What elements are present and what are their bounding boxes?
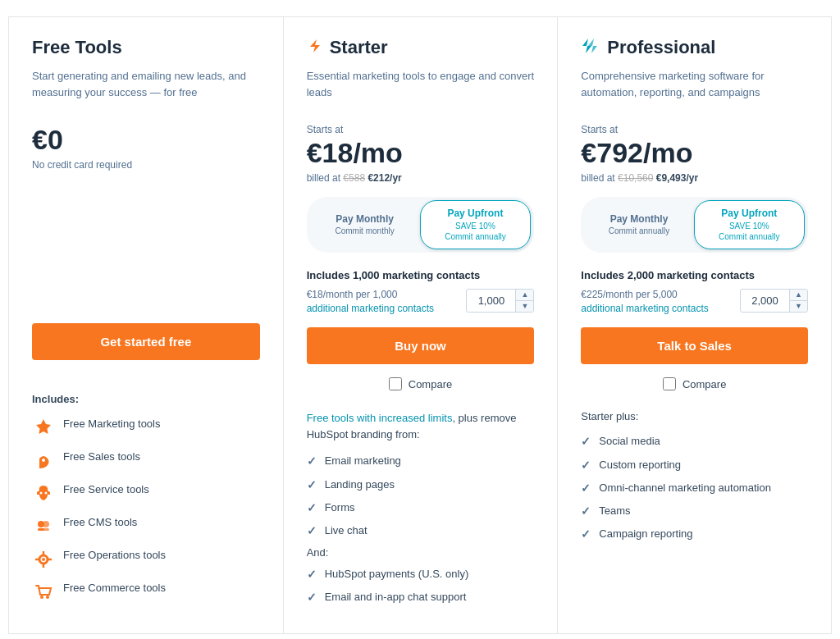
check-icon-5: ✓ [307, 568, 317, 581]
check-text-4: Live chat [325, 523, 368, 538]
includes-label-free: Includes: [32, 393, 260, 405]
plan-description-professional: Comprehensive marketing software for aut… [581, 68, 808, 107]
feature-text-cms: Free CMS tools [63, 515, 137, 530]
spinner-arrows-starter: ▲ ▼ [516, 290, 533, 312]
feature-text-sales: Free Sales tools [63, 450, 140, 464]
price-billed-starter: billed at €588 €212/yr [307, 172, 535, 184]
check-campaign-reporting: ✓ Campaign reporting [581, 527, 808, 541]
check-custom-reporting: ✓ Custom reporting [581, 458, 808, 472]
price-strike-professional: €10,560 [618, 172, 653, 184]
check-landing-pages: ✓ Landing pages [307, 477, 535, 492]
starter-bolt-icon [307, 38, 323, 58]
service-icon [32, 482, 55, 505]
cta-button-free[interactable]: Get started free [32, 323, 260, 360]
pay-monthly-starter[interactable]: Pay Monthly Commit monthly [310, 200, 420, 249]
plan-title-starter: Starter [330, 37, 388, 58]
svg-marker-15 [310, 39, 320, 52]
price-value-starter: €212/yr [368, 172, 401, 184]
contacts-link-professional[interactable]: additional marketing contacts [581, 303, 708, 314]
feature-sales: Free Sales tools [32, 450, 260, 472]
compare-label-starter: Compare [409, 378, 452, 390]
features-starter: Free tools with increased limits, plus r… [307, 410, 535, 613]
svg-point-2 [45, 491, 48, 494]
feature-commerce: Free Commerce tools [32, 581, 260, 604]
cta-button-starter[interactable]: Buy now [307, 327, 535, 364]
check-icon-3: ✓ [307, 501, 317, 514]
feature-text-commerce: Free Commerce tools [63, 581, 166, 596]
pay-upfront-starter[interactable]: Pay Upfront SAVE 10% Commit annually [420, 200, 532, 249]
spinner-up-professional[interactable]: ▲ [790, 290, 807, 301]
plan-description-starter: Essential marketing tools to engage and … [307, 68, 535, 107]
feature-text-service: Free Service tools [63, 482, 149, 497]
features-free: Includes: Free Marketing tools [32, 393, 260, 614]
check-text-1: Email marketing [325, 454, 401, 468]
check-text-6: Email and in-app chat support [325, 590, 467, 605]
compare-row-professional: Compare [581, 377, 808, 390]
contacts-value-professional: 2,000 [741, 290, 790, 312]
plan-card-starter: Starter Essential marketing tools to eng… [283, 16, 558, 634]
feature-operations: Free Operations tools [32, 548, 260, 571]
check-pro-icon-4: ✓ [581, 504, 591, 518]
contacts-section-starter: Includes 1,000 marketing contacts €18/mo… [307, 269, 535, 315]
plan-header-starter: Starter [307, 37, 535, 58]
check-icon-4: ✓ [307, 524, 317, 537]
plan-title-professional: Professional [607, 37, 715, 58]
svg-point-13 [40, 596, 43, 599]
check-pro-text-5: Campaign reporting [599, 527, 692, 541]
spinner-arrows-professional: ▲ ▼ [790, 290, 807, 312]
plan-header-professional: Professional [581, 37, 808, 58]
check-pro-text-3: Omni-channel marketing automation [599, 481, 771, 495]
svg-rect-6 [43, 528, 49, 531]
check-teams: ✓ Teams [581, 504, 808, 518]
check-icon-1: ✓ [307, 454, 317, 468]
spinner-down-starter[interactable]: ▼ [516, 301, 533, 312]
contacts-link-starter[interactable]: additional marketing contacts [307, 303, 434, 314]
feature-service: Free Service tools [32, 482, 260, 505]
plan-card-professional: Professional Comprehensive marketing sof… [557, 16, 832, 634]
check-pro-icon-1: ✓ [581, 435, 591, 448]
check-email-marketing: ✓ Email marketing [307, 454, 535, 468]
and-label-starter: And: [307, 546, 535, 559]
professional-bolt-icon [581, 38, 600, 58]
contacts-price-professional: €225/month per 5,000 [581, 288, 708, 302]
contacts-label-starter: Includes 1,000 marketing contacts [307, 269, 535, 281]
price-billed-professional: billed at €10,560 €9,493/yr [581, 172, 808, 184]
pay-upfront-professional[interactable]: Pay Upfront SAVE 10% Commit annually [694, 200, 805, 249]
features-intro-link-starter[interactable]: Free tools with increased limits [307, 412, 453, 424]
price-billed-free: No credit card required [32, 159, 260, 171]
contacts-spinner-starter: 1,000 ▲ ▼ [466, 289, 534, 313]
pay-monthly-professional[interactable]: Pay Monthly Commit annually [584, 200, 693, 249]
cta-button-professional[interactable]: Talk to Sales [581, 327, 808, 364]
price-value-professional: €9,493/yr [656, 172, 698, 184]
feature-marketing: Free Marketing tools [32, 417, 260, 440]
check-chat-support: ✓ Email and in-app chat support [307, 590, 535, 605]
billing-toggle-starter: Pay Monthly Commit monthly Pay Upfront S… [307, 197, 535, 253]
plan-card-free: Free Tools Start generating and emailing… [8, 16, 283, 634]
check-icon-2: ✓ [307, 478, 317, 491]
spinner-up-starter[interactable]: ▲ [516, 290, 533, 301]
price-professional: €792/mo [581, 137, 808, 169]
check-text-2: Landing pages [325, 477, 395, 492]
contacts-row-starter: €18/month per 1,000 additional marketing… [307, 288, 535, 315]
plan-title-free: Free Tools [32, 37, 122, 58]
check-pro-icon-3: ✓ [581, 482, 591, 495]
contacts-spinner-professional: 2,000 ▲ ▼ [740, 289, 808, 313]
operations-icon [32, 548, 55, 571]
spinner-down-professional[interactable]: ▼ [790, 301, 807, 312]
price-strike-starter: €588 [343, 172, 365, 184]
contacts-section-professional: Includes 2,000 marketing contacts €225/m… [581, 269, 808, 315]
cms-icon [32, 515, 55, 538]
check-pro-text-2: Custom reporting [599, 458, 681, 472]
check-social-media: ✓ Social media [581, 434, 808, 449]
starts-at-starter: Starts at [307, 124, 535, 135]
compare-checkbox-starter[interactable] [389, 377, 402, 390]
starter-plus-label: Starter plus: [581, 410, 808, 422]
check-forms: ✓ Forms [307, 500, 535, 515]
check-payments: ✓ HubSpot payments (U.S. only) [307, 567, 535, 582]
compare-label-professional: Compare [682, 378, 726, 390]
billing-toggle-professional: Pay Monthly Commit annually Pay Upfront … [581, 197, 808, 253]
check-text-5: HubSpot payments (U.S. only) [325, 567, 469, 582]
compare-checkbox-professional[interactable] [663, 377, 676, 390]
svg-point-14 [46, 596, 49, 599]
svg-point-1 [40, 491, 43, 494]
